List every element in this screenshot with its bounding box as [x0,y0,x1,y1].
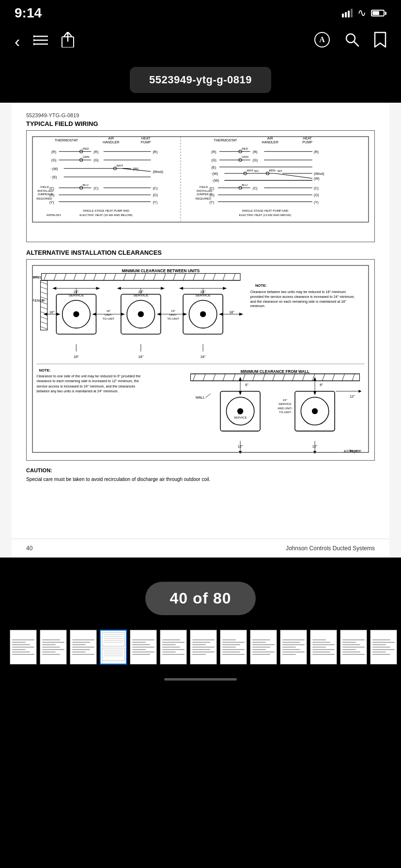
svg-text:HANDLER: HANDLER [262,140,278,144]
title-bar: 5523949-ytg-g-0819 [0,63,401,103]
svg-text:(R): (R) [212,150,216,154]
page-footer: 40 Johnson Controls Ducted Systems [12,539,389,558]
svg-text:18": 18" [200,355,206,359]
annotate-button[interactable]: A [314,31,330,51]
svg-line-228 [302,374,305,381]
svg-line-218 [203,374,205,381]
svg-text:WHT: WHT [117,164,123,167]
svg-text:AIR: AIR [267,137,273,140]
svg-line-220 [223,374,225,381]
caution-section: CAUTION: Special care must be taken to a… [26,465,375,483]
svg-text:··(W): ··(W) [211,172,218,176]
toolbar-right: A [314,31,386,51]
svg-text:FIELD: FIELD [200,185,208,188]
svg-point-167 [138,311,144,317]
svg-text:(W): (W) [133,167,139,171]
svg-line-225 [273,374,275,381]
svg-text:AND UNIT-: AND UNIT- [278,406,293,410]
svg-text:(G): (G) [51,158,56,162]
svg-line-135 [203,274,205,280]
svg-line-121 [64,274,66,280]
thumbnail-3[interactable] [70,630,97,665]
caution-text: Special care must be taken to avoid reci… [26,477,210,482]
caution-label: CAUTION: [26,467,52,473]
svg-text:SERVICE: SERVICE [278,403,292,406]
svg-point-4 [33,39,35,41]
svg-line-127 [123,274,126,280]
svg-text:HEAT: HEAT [303,137,312,140]
svg-line-137 [223,274,225,280]
svg-line-152 [40,317,47,319]
svg-line-145 [40,282,47,284]
svg-text:(C): (C) [153,186,157,190]
svg-text:SINGLE STAGE HEAT PUMP AND: SINGLE STAGE HEAT PUMP AND [83,209,129,212]
svg-marker-258 [358,390,361,393]
thumbnail-2[interactable] [40,630,67,665]
svg-text:24": 24" [283,399,287,402]
svg-text:W1: W1 [254,169,259,172]
search-button[interactable] [345,32,359,50]
svg-text:(R): (R) [153,150,157,154]
thumbnail-11[interactable] [310,630,337,665]
company-name: Johnson Controls Ducted Systems [286,545,375,552]
svg-text:··(E): ··(E) [50,175,57,179]
svg-line-11 [354,42,358,46]
svg-text:A: A [319,35,325,44]
svg-line-230 [322,374,324,381]
svg-text:(C): (C) [209,186,214,190]
page-indicator: 40 of 80 [145,582,255,615]
svg-line-131 [163,274,166,280]
svg-point-157 [73,311,79,317]
svg-line-138 [233,274,235,280]
svg-marker-195 [157,313,161,316]
thumbnail-1[interactable] [10,630,37,665]
svg-text:TO-UNIT: TO-UNIT [103,317,115,320]
svg-marker-163 [52,287,56,290]
list-button[interactable] [33,34,48,49]
bookmark-button[interactable] [374,31,386,51]
thumbnail-5[interactable] [130,630,157,665]
thumbnail-13[interactable] [370,630,397,665]
svg-text:(R): (R) [93,150,98,154]
svg-text:WALL: WALL [196,396,205,400]
svg-point-183 [200,311,206,317]
svg-text:A0556-001: A0556-001 [46,213,62,217]
svg-line-146 [40,287,47,289]
section2-title: ALTERNATIVE INSTALLATION CLEARANCES [26,249,375,256]
share-button[interactable] [62,32,74,51]
svg-text:6": 6" [320,384,323,388]
signal-icon [342,9,353,17]
svg-text:THERMOSTAT: THERMOSTAT [55,139,78,142]
svg-text:(Wout): (Wout) [314,172,324,176]
thumbnail-9[interactable] [250,630,277,665]
svg-point-3 [33,35,35,37]
svg-line-223 [253,374,255,381]
svg-line-227 [293,374,295,381]
svg-text:ELECTRIC HEAT (10 kW AND BELOW: ELECTRIC HEAT (10 kW AND BELOW) [79,213,132,217]
toolbar-left: ‹ [15,32,74,51]
thumbnail-8[interactable] [220,630,247,665]
svg-text:AIR: AIR [108,137,114,140]
thumbnail-10[interactable] [280,630,307,665]
svg-line-147 [40,292,47,294]
svg-text:W2: W2 [278,169,282,172]
back-button[interactable]: ‹ [15,32,20,51]
section1-title: TYPICAL FIELD WIRING [26,120,375,127]
thumbnail-12[interactable] [340,630,367,665]
svg-marker-173 [117,287,121,290]
svg-text:(Y): (Y) [209,201,214,204]
svg-text:FIELD: FIELD [40,185,49,188]
thumbnail-4-active[interactable] [100,630,127,665]
thumbnail-7[interactable] [190,630,217,665]
svg-marker-209 [219,313,223,316]
page-document: 5523949-YTG-G-0819 TYPICAL FIELD WIRING … [12,103,389,539]
svg-text:MINIMUM CLEARANCE BETWEEN UNIT: MINIMUM CLEARANCE BETWEEN UNITS [122,269,200,274]
svg-text:(G): (G) [93,158,98,162]
svg-line-222 [243,374,245,381]
svg-line-219 [213,374,216,381]
svg-line-153 [40,322,47,324]
svg-line-217 [193,374,196,381]
svg-text:18": 18" [49,310,55,314]
thumbnail-6[interactable] [160,630,187,665]
svg-line-130 [153,274,155,280]
